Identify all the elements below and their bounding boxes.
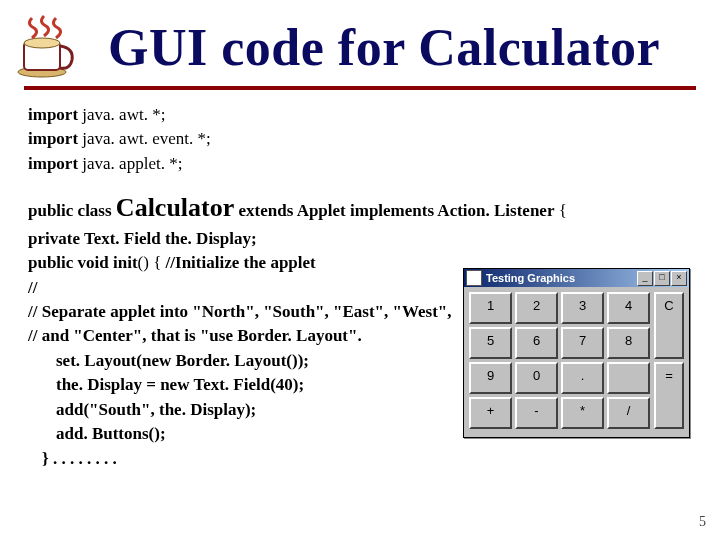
calc-key[interactable]: 4 [607,292,650,324]
maximize-icon[interactable]: □ [654,271,670,286]
calc-key[interactable]: 6 [515,327,558,359]
calc-key[interactable]: 7 [561,327,604,359]
calc-key[interactable]: 0 [515,362,558,394]
calc-key[interactable]: 8 [607,327,650,359]
app-icon [466,270,482,286]
calc-key[interactable]: * [561,397,604,429]
calc-key[interactable]: / [607,397,650,429]
equals-button[interactable]: = [654,362,684,429]
calculator-grid: 1 2 3 4 5 6 7 8 9 0 . + - * / [469,292,650,429]
calc-key[interactable]: 9 [469,362,512,394]
page-number: 5 [699,514,706,530]
close-icon[interactable]: × [671,271,687,286]
coffee-cup-icon [10,10,80,80]
calculator-window: Testing Graphics _ □ × 1 2 3 4 5 6 7 8 9… [463,268,690,438]
calc-key[interactable]: 5 [469,327,512,359]
clear-button[interactable]: C [654,292,684,359]
class-declaration: public class Calculator extends Applet i… [28,191,692,225]
svg-point-2 [24,38,60,48]
calc-key[interactable]: + [469,397,512,429]
minimize-icon[interactable]: _ [637,271,653,286]
slide-title: GUI code for Calculator [108,18,660,77]
window-title: Testing Graphics [486,272,637,284]
calc-key[interactable]: 2 [515,292,558,324]
calc-key[interactable]: 3 [561,292,604,324]
window-titlebar: Testing Graphics _ □ × [464,269,689,287]
calc-key[interactable] [607,362,650,394]
calc-key[interactable]: - [515,397,558,429]
calc-key[interactable]: 1 [469,292,512,324]
calc-key[interactable]: . [561,362,604,394]
